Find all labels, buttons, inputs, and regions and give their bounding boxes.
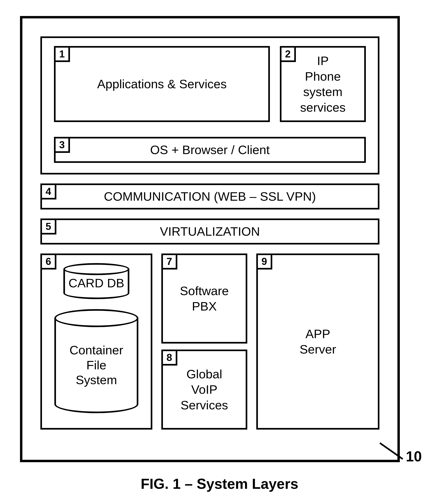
cylinder-card-db: CARD DB	[63, 263, 129, 299]
box-ip-phone-services: 2 IP Phone system services	[280, 46, 366, 122]
box-number-1: 1	[54, 46, 70, 62]
box-label: VIRTUALIZATION	[160, 224, 260, 239]
box-communication: 4 COMMUNICATION (WEB – SSL VPN)	[40, 183, 379, 210]
box-number-3: 3	[54, 137, 70, 153]
client-os-row: 3 OS + Browser / Client	[54, 137, 366, 163]
box-global-voip-services: 8 Global VoIP Services	[161, 350, 247, 429]
box-virtualization: 5 VIRTUALIZATION	[40, 218, 379, 244]
box-label: APP Server	[300, 326, 336, 357]
cylinder-container-fs: Container File System	[54, 309, 138, 413]
outer-frame: 1 Applications & Services 2 IP Phone sys…	[20, 16, 400, 462]
box-number-2: 2	[280, 46, 296, 62]
row-virtualization: 5 VIRTUALIZATION	[40, 218, 379, 244]
box-number-5: 5	[40, 218, 56, 235]
box-label: OS + Browser / Client	[150, 142, 270, 158]
box-label: Applications & Services	[97, 76, 227, 92]
container-fs-label: Container File System	[54, 309, 138, 413]
box-number-9: 9	[256, 253, 272, 269]
box-label: IP Phone system services	[300, 53, 345, 115]
figure-canvas: 1 Applications & Services 2 IP Phone sys…	[8, 8, 431, 496]
box-os-browser-client: 3 OS + Browser / Client	[54, 137, 366, 163]
client-top-row: 1 Applications & Services 2 IP Phone sys…	[54, 46, 366, 122]
row-communication: 4 COMMUNICATION (WEB – SSL VPN)	[40, 183, 379, 210]
reference-number-10: 10	[406, 448, 422, 465]
box-number-8: 8	[161, 350, 177, 365]
box-number-4: 4	[40, 183, 56, 200]
server-row: 6 CARD DB	[40, 253, 379, 429]
box-label: Software PBX	[180, 283, 229, 314]
box-software-pbx: 7 Software PBX	[161, 253, 247, 343]
client-group: 1 Applications & Services 2 IP Phone sys…	[40, 37, 379, 175]
figure-caption: FIG. 1 – System Layers	[8, 476, 431, 492]
box-label: Global VoIP Services	[181, 366, 228, 413]
inner-layout: 1 Applications & Services 2 IP Phone sys…	[40, 37, 379, 442]
box-number-6: 6	[40, 253, 56, 269]
box-app-server: 9 APP Server	[256, 253, 379, 429]
middle-server-column: 7 Software PBX 8 Global VoIP Services	[161, 253, 247, 429]
card-db-label: CARD DB	[63, 263, 129, 299]
box-label: COMMUNICATION (WEB – SSL VPN)	[104, 189, 316, 204]
box-applications-services: 1 Applications & Services	[54, 46, 270, 122]
box-card-db-container-fs: 6 CARD DB	[40, 253, 152, 429]
box-number-7: 7	[161, 253, 177, 269]
